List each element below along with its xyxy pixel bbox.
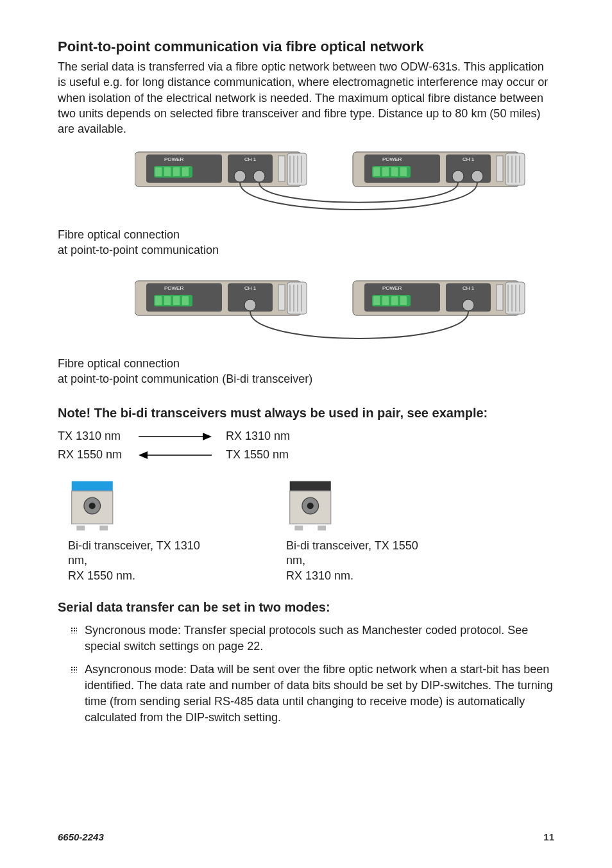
svg-rect-14 — [278, 156, 285, 181]
svg-point-31 — [472, 171, 483, 182]
footer-doc-number: 6650-2243 — [58, 831, 104, 842]
svg-point-65 — [463, 299, 474, 311]
svg-rect-3 — [155, 167, 162, 176]
svg-rect-43 — [173, 296, 180, 305]
svg-rect-59 — [382, 296, 389, 305]
svg-rect-26 — [400, 167, 407, 176]
serial-title: Serial data transfer can be set in two m… — [58, 600, 554, 615]
diagram-bidi-fibre: POWER CH 1 POWER CH 1 — [135, 277, 552, 373]
svg-text:CH 1: CH 1 — [463, 285, 475, 291]
svg-rect-32 — [497, 156, 503, 181]
svg-rect-66 — [497, 285, 503, 310]
svg-rect-5 — [173, 167, 180, 176]
svg-point-10 — [234, 171, 246, 182]
svg-marker-73 — [203, 433, 212, 440]
svg-text:POWER: POWER — [382, 156, 402, 162]
svg-point-79 — [89, 503, 96, 509]
footer-page-number: 11 — [543, 831, 554, 842]
svg-text:POWER: POWER — [164, 156, 183, 162]
transceiver-left: Bi-di transceiver, TX 1310 nm, RX 1550 n… — [58, 480, 205, 583]
section-title: Point-to-point communication via fibre o… — [58, 38, 554, 55]
svg-rect-82 — [290, 481, 331, 491]
svg-rect-25 — [391, 167, 398, 176]
svg-rect-87 — [318, 526, 326, 531]
svg-rect-81 — [99, 526, 108, 531]
transceiver-blue-icon — [68, 480, 118, 532]
transceiver-right: Bi-di transceiver, TX 1550 nm, RX 1310 n… — [276, 480, 423, 583]
intro-paragraph: The serial data is transferred via a fib… — [58, 59, 554, 137]
txrx-row-2: RX 1550 nm TX 1550 nm — [58, 448, 554, 462]
list-item: Syncronous mode: Transfer special protoc… — [71, 622, 554, 655]
svg-rect-23 — [373, 167, 380, 176]
svg-marker-74 — [139, 451, 148, 459]
svg-rect-4 — [164, 167, 171, 176]
svg-rect-86 — [294, 526, 303, 531]
svg-rect-41 — [155, 296, 162, 305]
diagram-dual-fibre: POWER CH 1 RX TX POWER CH 1 — [135, 148, 552, 244]
svg-point-48 — [244, 299, 256, 311]
svg-point-30 — [452, 171, 464, 182]
svg-rect-24 — [382, 167, 389, 176]
transceiver-black-icon — [286, 480, 336, 532]
svg-rect-49 — [278, 285, 285, 310]
svg-point-85 — [307, 503, 314, 509]
svg-text:POWER: POWER — [164, 285, 183, 291]
note-title: Note! The bi-di transceivers must always… — [58, 406, 554, 421]
arrow-left-icon — [139, 451, 216, 459]
svg-rect-42 — [164, 296, 171, 305]
svg-point-11 — [253, 171, 265, 182]
svg-rect-76 — [72, 481, 113, 491]
svg-text:POWER: POWER — [382, 285, 402, 291]
svg-rect-58 — [373, 296, 380, 305]
list-item: Asyncronous mode: Data will be sent over… — [71, 662, 554, 726]
txrx-row-1: TX 1310 nm RX 1310 nm — [58, 430, 554, 443]
svg-text:CH 1: CH 1 — [244, 156, 257, 162]
svg-text:CH 1: CH 1 — [463, 156, 475, 162]
svg-rect-6 — [182, 167, 189, 176]
svg-rect-80 — [76, 526, 85, 531]
serial-bullets: Syncronous mode: Transfer special protoc… — [58, 622, 554, 726]
svg-rect-44 — [182, 296, 189, 305]
svg-rect-61 — [400, 296, 407, 305]
arrow-right-icon — [139, 433, 216, 440]
svg-rect-60 — [391, 296, 398, 305]
svg-text:CH 1: CH 1 — [244, 285, 257, 291]
